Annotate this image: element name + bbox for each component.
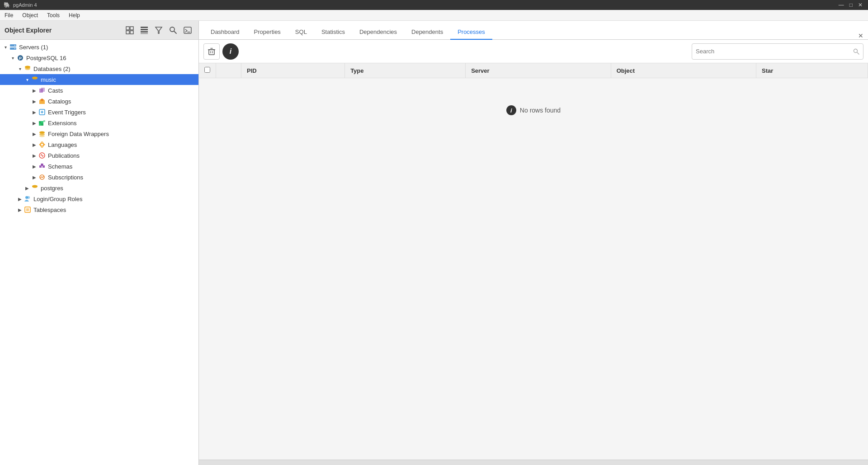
tree-item-extensions[interactable]: ▶ Extensions	[0, 117, 198, 128]
no-rows-message: No rows found	[520, 107, 561, 114]
tab-processes[interactable]: Processes	[450, 25, 492, 40]
svg-point-35	[39, 135, 45, 137]
tree-item-tablespaces[interactable]: ▶ Tablespaces	[0, 204, 198, 215]
tab-dependencies[interactable]: Dependencies	[352, 25, 404, 40]
delete-button[interactable]	[203, 43, 220, 60]
chevron-casts[interactable]: ▶	[31, 88, 38, 93]
fdw-icon	[38, 130, 46, 138]
svg-point-54	[854, 49, 858, 52]
tab-statistics[interactable]: Statistics	[314, 25, 352, 40]
tree-label-event-triggers: Event Triggers	[48, 109, 86, 116]
tree-item-music[interactable]: ▾ music	[0, 74, 198, 85]
svg-rect-2	[126, 31, 129, 34]
postgresql-icon: P	[16, 54, 24, 62]
menu-file[interactable]: File	[3, 11, 15, 19]
tab-properties[interactable]: Properties	[247, 25, 288, 40]
horizontal-scrollbar[interactable]	[199, 460, 868, 465]
tree-item-postgresql[interactable]: ▾ P PostgreSQL 16	[0, 52, 198, 63]
svg-rect-32	[43, 120, 45, 122]
tree-label-extensions: Extensions	[48, 120, 77, 127]
svg-rect-3	[130, 31, 133, 34]
maximize-button[interactable]: □	[848, 2, 854, 8]
tree-label-schemas: Schemas	[48, 163, 72, 170]
panel-toolbar	[123, 24, 194, 37]
th-checkbox	[199, 63, 216, 78]
tab-dashboard[interactable]: Dashboard	[203, 25, 247, 40]
tree-item-subscriptions[interactable]: ▶ Subscriptions	[0, 172, 198, 183]
select-all-checkbox[interactable]	[204, 67, 210, 73]
search-box[interactable]	[692, 43, 863, 60]
tree-item-schemas[interactable]: ▶ Schemas	[0, 161, 198, 172]
filter-icon-btn[interactable]	[152, 24, 165, 37]
table-container[interactable]: PID Type Server Object Star i No rows fo…	[199, 63, 868, 460]
th-state: Star	[756, 63, 868, 78]
help-button[interactable]: i	[222, 43, 239, 60]
tab-dependents[interactable]: Dependents	[404, 25, 450, 40]
th-type: Type	[345, 63, 466, 78]
chevron-tablespaces[interactable]: ▶	[16, 207, 24, 212]
titlebar: 🐘 pgAdmin 4 — □ ✕	[0, 0, 868, 10]
tree-item-databases[interactable]: ▾ Databases (2)	[0, 63, 198, 74]
schemas-icon	[38, 162, 46, 170]
content-toolbar: i	[199, 40, 868, 63]
tree-item-fdw[interactable]: ▶ Foreign Data Wrappers	[0, 128, 198, 139]
tree-item-login-roles[interactable]: ▶ Login/Group Roles	[0, 193, 198, 204]
chevron-servers[interactable]: ▾	[2, 45, 9, 50]
svg-line-10	[174, 31, 176, 33]
chevron-schemas[interactable]: ▶	[31, 164, 38, 169]
tree-item-languages[interactable]: ▶ Languages	[0, 139, 198, 150]
tree-item-event-triggers[interactable]: ▶ Event Triggers	[0, 107, 198, 117]
menu-tools[interactable]: Tools	[45, 11, 61, 19]
tab-sql[interactable]: SQL	[288, 25, 314, 40]
event-triggers-icon	[38, 108, 46, 116]
tree-item-catalogs[interactable]: ▶ Catalogs	[0, 96, 198, 107]
tree-item-casts[interactable]: ▶ Casts	[0, 85, 198, 96]
terminal-icon	[184, 26, 192, 34]
properties-icon-btn[interactable]	[123, 24, 136, 37]
svg-marker-8	[156, 27, 162, 33]
th-extra	[216, 63, 241, 78]
chevron-fdw[interactable]: ▶	[31, 132, 38, 136]
chevron-databases[interactable]: ▾	[16, 66, 24, 71]
tree-label-subscriptions: Subscriptions	[48, 174, 83, 181]
panel-close-button[interactable]: ✕	[858, 32, 863, 39]
login-roles-icon	[24, 195, 32, 203]
tree-item-postgres[interactable]: ▶ postgres	[0, 183, 198, 193]
menubar: File Object Tools Help	[0, 10, 868, 21]
chevron-postgresql[interactable]: ▾	[9, 56, 16, 61]
svg-point-15	[14, 45, 15, 46]
tree-item-publications[interactable]: ▶ Publications	[0, 150, 198, 161]
panel-header: Object Explorer	[0, 21, 198, 40]
chevron-login-roles[interactable]: ▶	[16, 197, 24, 202]
svg-rect-7	[141, 33, 148, 34]
catalogs-icon	[38, 97, 46, 105]
menu-object[interactable]: Object	[20, 11, 40, 19]
svg-point-36	[41, 142, 43, 147]
chevron-postgres[interactable]: ▶	[24, 186, 31, 191]
minimize-button[interactable]: —	[837, 2, 846, 8]
tree-item-servers[interactable]: ▾ Servers (1)	[0, 42, 198, 52]
svg-rect-1	[130, 27, 133, 30]
chevron-music[interactable]: ▾	[24, 77, 31, 82]
titlebar-left: 🐘 pgAdmin 4	[4, 2, 37, 8]
tree-container[interactable]: ▾ Servers (1) ▾ P PostgreSQL 16 ▾	[0, 40, 198, 465]
chevron-catalogs[interactable]: ▶	[31, 99, 38, 104]
menu-help[interactable]: Help	[67, 11, 82, 19]
search-input[interactable]	[696, 48, 853, 55]
properties-icon	[126, 26, 134, 34]
search-icon-btn[interactable]	[167, 24, 179, 37]
chevron-extensions[interactable]: ▶	[31, 121, 38, 126]
chevron-languages[interactable]: ▶	[31, 142, 38, 147]
chevron-publications[interactable]: ▶	[31, 153, 38, 158]
svg-rect-30	[39, 123, 41, 126]
grid-view-icon-btn[interactable]	[138, 24, 151, 37]
processes-table: PID Type Server Object Star	[199, 63, 868, 78]
languages-icon	[38, 141, 46, 149]
chevron-event-triggers[interactable]: ▶	[31, 110, 38, 115]
terminal-icon-btn[interactable]	[181, 24, 194, 37]
extensions-icon	[38, 119, 46, 127]
close-button[interactable]: ✕	[856, 2, 864, 8]
search-icon	[169, 26, 177, 34]
tree-label-catalogs: Catalogs	[48, 98, 71, 105]
chevron-subscriptions[interactable]: ▶	[31, 175, 38, 180]
